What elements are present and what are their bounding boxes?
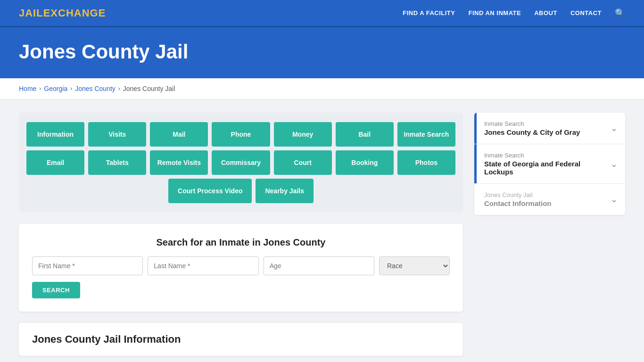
age-input[interactable]: [264, 256, 374, 275]
last-name-input[interactable]: [148, 256, 258, 275]
btn-mail[interactable]: Mail: [150, 122, 208, 147]
info-title: Jones County Jail Information: [32, 333, 450, 346]
info-section: Jones County Jail Information: [19, 323, 463, 356]
sidebar-title-2: State of Georgia and Federal Lockups: [484, 160, 595, 176]
btn-money[interactable]: Money: [274, 122, 332, 147]
btn-inmate-search[interactable]: Inmate Search: [397, 122, 455, 147]
logo-exchange-highlight: EXCHANGE: [43, 7, 106, 19]
first-name-input[interactable]: [32, 256, 143, 275]
breadcrumb-sep-2: ›: [70, 85, 72, 92]
sidebar-item-inmate-search-state[interactable]: Inmate Search State of Georgia and Feder…: [474, 144, 625, 184]
inmate-search-section: Search for an Inmate in Jones County Rac…: [19, 224, 463, 312]
sidebar-item-contact-info[interactable]: Jones County Jail Contact Information ⌄: [474, 184, 625, 215]
btn-email[interactable]: Email: [26, 150, 84, 175]
btn-commissary[interactable]: Commissary: [212, 150, 270, 175]
logo-jail: JAIL: [19, 7, 43, 19]
sidebar-sub-2: Inmate Search: [484, 152, 595, 159]
left-column: Information Visits Mail Phone Money Bail…: [19, 113, 463, 356]
btn-tablets[interactable]: Tablets: [88, 150, 146, 175]
btn-remote-visits[interactable]: Remote Visits: [150, 150, 208, 175]
chevron-down-icon-1[interactable]: ⌄: [603, 113, 625, 144]
nav-find-facility[interactable]: FIND A FACILITY: [403, 9, 455, 16]
btn-information[interactable]: Information: [26, 122, 84, 147]
button-row-3: Court Process Video Nearby Jails: [26, 179, 455, 203]
search-button[interactable]: SEARCH: [32, 282, 80, 298]
btn-photos[interactable]: Photos: [397, 150, 455, 175]
breadcrumb: Home › Georgia › Jones County › Jones Co…: [19, 85, 625, 92]
page-title: Jones County Jail: [19, 41, 625, 63]
btn-phone[interactable]: Phone: [212, 122, 270, 147]
sidebar-title-3: Contact Information: [484, 199, 595, 207]
breadcrumb-state[interactable]: Georgia: [44, 85, 67, 92]
hero-banner: Jones County Jail: [0, 27, 644, 78]
search-icon[interactable]: 🔍: [615, 8, 625, 18]
sidebar-sub-1: Inmate Search: [484, 120, 595, 127]
navbar: JAILEXCHANGE FIND A FACILITY FIND AN INM…: [0, 0, 644, 27]
search-fields: Race White Black Hispanic Asian Other: [32, 256, 450, 275]
logo[interactable]: JAILEXCHANGE: [19, 7, 106, 19]
sidebar-card: Inmate Search Jones County & City of Gra…: [474, 113, 625, 215]
chevron-down-icon-3[interactable]: ⌄: [603, 184, 625, 215]
main-content: Information Visits Mail Phone Money Bail…: [0, 99, 644, 362]
breadcrumb-sep-3: ›: [118, 85, 120, 92]
breadcrumb-bar: Home › Georgia › Jones County › Jones Co…: [0, 78, 644, 99]
right-sidebar: Inmate Search Jones County & City of Gra…: [474, 113, 625, 215]
button-row-2: Email Tablets Remote Visits Commissary C…: [26, 150, 455, 175]
breadcrumb-sep-1: ›: [39, 85, 41, 92]
search-title: Search for an Inmate in Jones County: [32, 237, 450, 248]
breadcrumb-county[interactable]: Jones County: [75, 85, 116, 92]
chevron-down-icon-2[interactable]: ⌄: [603, 144, 625, 183]
btn-bail[interactable]: Bail: [336, 122, 394, 147]
btn-nearby-jails[interactable]: Nearby Jails: [256, 179, 314, 203]
button-grid-wrapper: Information Visits Mail Phone Money Bail…: [19, 113, 463, 213]
race-select[interactable]: Race White Black Hispanic Asian Other: [379, 256, 450, 275]
btn-booking[interactable]: Booking: [336, 150, 394, 175]
btn-court[interactable]: Court: [274, 150, 332, 175]
nav-contact[interactable]: CONTACT: [570, 9, 602, 16]
breadcrumb-current: Jones County Jail: [123, 85, 175, 92]
sidebar-title-1: Jones County & City of Gray: [484, 128, 595, 136]
btn-visits[interactable]: Visits: [88, 122, 146, 147]
nav-about[interactable]: ABOUT: [534, 9, 557, 16]
sidebar-sub-3: Jones County Jail: [484, 191, 595, 198]
nav-links: FIND A FACILITY FIND AN INMATE ABOUT CON…: [403, 8, 625, 18]
sidebar-item-inmate-search-jones[interactable]: Inmate Search Jones County & City of Gra…: [474, 113, 625, 144]
nav-find-inmate[interactable]: FIND AN INMATE: [468, 9, 521, 16]
breadcrumb-home[interactable]: Home: [19, 85, 36, 92]
button-row-1: Information Visits Mail Phone Money Bail…: [26, 122, 455, 147]
btn-court-process-video[interactable]: Court Process Video: [168, 179, 252, 203]
